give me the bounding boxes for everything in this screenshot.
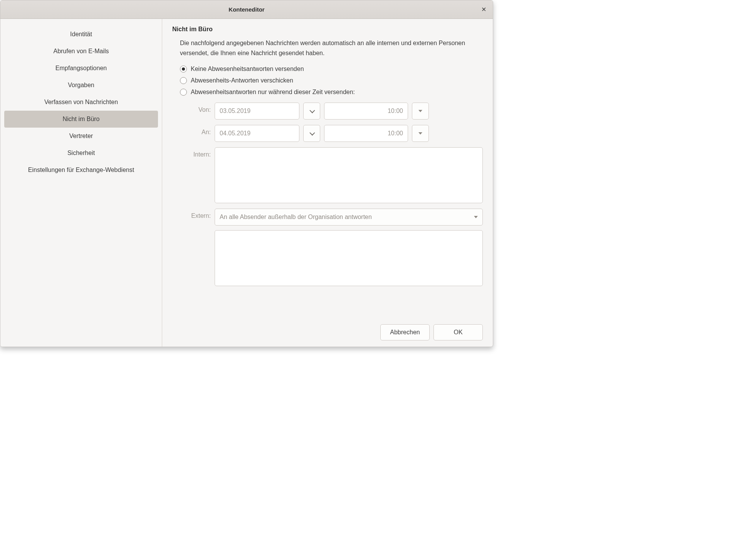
account-editor-window: Konteneditor ✕ Identität Abrufen von E-M…: [0, 0, 493, 347]
radio-label: Keine Abwesenheitsantworten versenden: [191, 66, 304, 72]
external-audience-select[interactable]: An alle Absender außerhalb der Organisat…: [215, 209, 483, 226]
sidebar-item-label: Nicht im Büro: [62, 116, 99, 122]
close-icon: ✕: [481, 6, 486, 13]
radio-label: Abwesenheitsantworten nur während dieser…: [191, 89, 355, 96]
to-date-picker-button[interactable]: [303, 125, 320, 142]
sidebar-item-label: Verfassen von Nachrichten: [44, 99, 118, 105]
sidebar-item-identity[interactable]: Identität: [0, 26, 162, 43]
from-date-picker-button[interactable]: [303, 103, 320, 120]
to-row: 04.05.2019 10:00: [215, 125, 483, 142]
sidebar-item-compose[interactable]: Verfassen von Nachrichten: [0, 94, 162, 111]
sidebar: Identität Abrufen von E-Mails Empfangsop…: [0, 19, 162, 347]
external-label: Extern:: [180, 209, 211, 219]
to-date-value: 04.05.2019: [220, 130, 250, 137]
sidebar-item-label: Vertreter: [69, 133, 93, 139]
ok-button[interactable]: OK: [433, 324, 483, 340]
from-date-value: 03.05.2019: [220, 108, 250, 115]
section-heading: Nicht im Büro: [172, 26, 483, 33]
cancel-button[interactable]: Abbrechen: [380, 324, 430, 340]
external-message-textarea[interactable]: [215, 230, 483, 286]
sidebar-item-receive-options[interactable]: Empfangsoptionen: [0, 60, 162, 77]
sidebar-item-security[interactable]: Sicherheit: [0, 145, 162, 162]
radio-send-replies[interactable]: Abwesenheits-Antworten verschicken: [180, 77, 483, 84]
from-row: 03.05.2019 10:00: [215, 103, 483, 120]
cancel-label: Abbrechen: [390, 329, 420, 336]
sidebar-item-defaults[interactable]: Vorgaben: [0, 77, 162, 94]
from-date-input[interactable]: 03.05.2019: [215, 103, 299, 120]
sidebar-item-exchange-settings[interactable]: Einstellungen für Exchange-Webdienst: [0, 162, 162, 179]
internal-label: Intern:: [180, 147, 211, 158]
radio-icon: [180, 66, 187, 72]
sidebar-item-delegates[interactable]: Vertreter: [0, 128, 162, 145]
section-description: Die nachfolgend angegebenen Nachrichten …: [180, 38, 483, 58]
sidebar-item-fetch-mail[interactable]: Abrufen von E-Mails: [0, 43, 162, 60]
to-time-value: 10:00: [388, 130, 403, 137]
external-select-value: An alle Absender außerhalb der Organisat…: [220, 214, 372, 221]
to-time-input[interactable]: 10:00: [324, 125, 408, 142]
sidebar-item-label: Einstellungen für Exchange-Webdienst: [28, 167, 134, 173]
footer: Abbrechen OK: [172, 318, 483, 340]
radio-send-during-period[interactable]: Abwesenheitsantworten nur während dieser…: [180, 89, 483, 96]
close-button[interactable]: ✕: [478, 4, 489, 15]
to-time-picker-button[interactable]: [412, 125, 429, 142]
internal-message-textarea[interactable]: [215, 147, 483, 203]
sidebar-item-label: Sicherheit: [67, 150, 95, 156]
chevron-down-icon: [309, 130, 315, 136]
from-time-picker-button[interactable]: [412, 103, 429, 120]
radio-icon: [180, 89, 187, 96]
external-wrap: An alle Absender außerhalb der Organisat…: [215, 209, 483, 286]
internal-textarea-wrap: [215, 147, 483, 203]
sidebar-item-label: Empfangsoptionen: [55, 65, 107, 71]
from-time-value: 10:00: [388, 108, 403, 115]
from-label: Von:: [180, 103, 211, 113]
main-pane: Nicht im Büro Die nachfolgend angegebene…: [162, 19, 493, 347]
chevron-down-icon: [309, 108, 315, 113]
sidebar-item-out-of-office[interactable]: Nicht im Büro: [4, 111, 158, 128]
to-date-input[interactable]: 04.05.2019: [215, 125, 299, 142]
body: Identität Abrufen von E-Mails Empfangsop…: [0, 19, 493, 347]
window-title: Konteneditor: [0, 6, 493, 13]
radio-label: Abwesenheits-Antworten verschicken: [191, 77, 293, 84]
radio-no-replies[interactable]: Keine Abwesenheitsantworten versenden: [180, 66, 483, 72]
caret-down-icon: [418, 132, 422, 135]
caret-down-icon: [474, 216, 478, 218]
from-time-input[interactable]: 10:00: [324, 103, 408, 120]
caret-down-icon: [418, 110, 422, 112]
to-label: An:: [180, 125, 211, 136]
sidebar-item-label: Abrufen von E-Mails: [53, 48, 109, 54]
sidebar-item-label: Identität: [70, 31, 92, 37]
sidebar-item-label: Vorgaben: [68, 82, 94, 88]
radio-icon: [180, 77, 187, 84]
ok-label: OK: [454, 329, 462, 336]
form-grid: Von: 03.05.2019 10:00 An:: [180, 103, 483, 286]
titlebar: Konteneditor ✕: [0, 0, 493, 19]
